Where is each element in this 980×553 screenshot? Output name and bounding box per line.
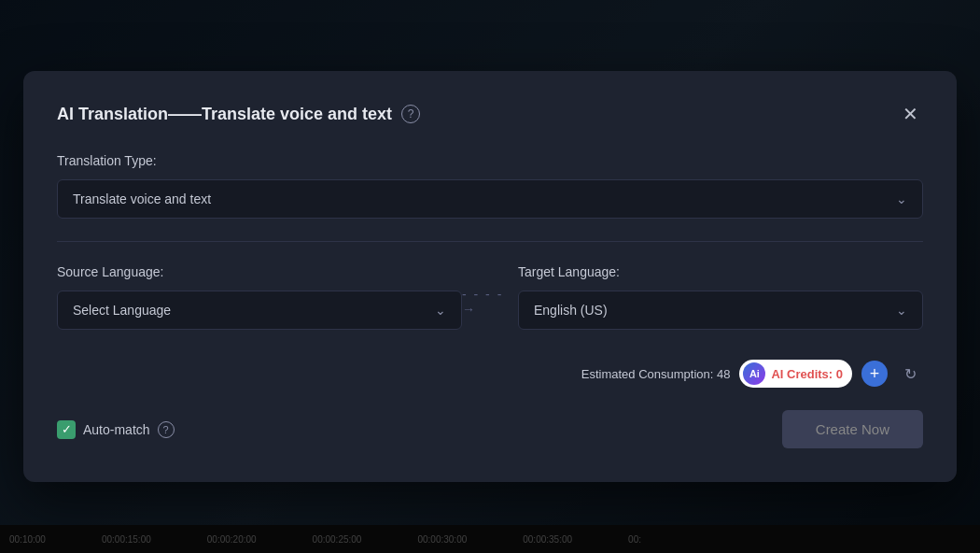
target-language-section: Target Language: English (US) ⌄ bbox=[518, 264, 923, 330]
target-language-dropdown[interactable]: English (US) ⌄ bbox=[518, 291, 923, 330]
source-language-dropdown[interactable]: Select Language ⌄ bbox=[57, 291, 462, 330]
source-language-section: Source Language: Select Language ⌄ bbox=[57, 264, 462, 330]
source-language-chevron-icon: ⌄ bbox=[435, 303, 446, 318]
modal-title: AI Translation——Translate voice and text bbox=[57, 105, 392, 124]
translation-type-section: Translation Type: Translate voice and te… bbox=[57, 153, 923, 219]
add-credits-button[interactable]: + bbox=[861, 361, 888, 387]
ai-credits-text: AI Credits: 0 bbox=[771, 367, 843, 381]
arrow-separator: - - - - → bbox=[462, 287, 518, 330]
consumption-text: Estimated Consumption: 48 bbox=[581, 367, 731, 381]
modal-help-icon[interactable]: ? bbox=[401, 105, 420, 123]
translation-type-chevron-icon: ⌄ bbox=[896, 191, 907, 206]
language-selection-row: Source Language: Select Language ⌄ - - -… bbox=[57, 264, 923, 330]
footer-row: ✓ Auto-match ? Create Now bbox=[57, 410, 923, 448]
translation-type-label: Translation Type: bbox=[57, 153, 923, 168]
auto-match-group: ✓ Auto-match ? bbox=[57, 420, 175, 439]
ai-credits-badge: Ai AI Credits: 0 bbox=[739, 360, 852, 388]
source-language-label: Source Language: bbox=[57, 264, 462, 279]
target-language-chevron-icon: ⌄ bbox=[896, 303, 907, 318]
target-language-value: English (US) bbox=[534, 303, 608, 318]
auto-match-help-icon[interactable]: ? bbox=[158, 421, 175, 438]
create-now-button[interactable]: Create Now bbox=[782, 410, 923, 448]
source-language-placeholder: Select Language bbox=[73, 303, 171, 318]
modal-header: AI Translation——Translate voice and text… bbox=[57, 101, 923, 127]
modal-overlay: AI Translation——Translate voice and text… bbox=[0, 0, 980, 553]
ai-badge-icon: Ai bbox=[743, 362, 765, 385]
modal-close-button[interactable]: ✕ bbox=[897, 101, 923, 127]
refresh-icon[interactable]: ↻ bbox=[897, 361, 923, 387]
modal-title-group: AI Translation——Translate voice and text… bbox=[57, 105, 420, 124]
auto-match-checkbox[interactable]: ✓ bbox=[57, 420, 76, 439]
translation-type-value: Translate voice and text bbox=[73, 191, 211, 206]
target-language-label: Target Language: bbox=[518, 264, 923, 279]
modal-dialog: AI Translation——Translate voice and text… bbox=[23, 71, 957, 482]
section-divider bbox=[57, 241, 923, 242]
consumption-row: Estimated Consumption: 48 Ai AI Credits:… bbox=[57, 360, 923, 388]
auto-match-label: Auto-match bbox=[83, 422, 150, 437]
translation-type-dropdown[interactable]: Translate voice and text ⌄ bbox=[57, 179, 923, 219]
